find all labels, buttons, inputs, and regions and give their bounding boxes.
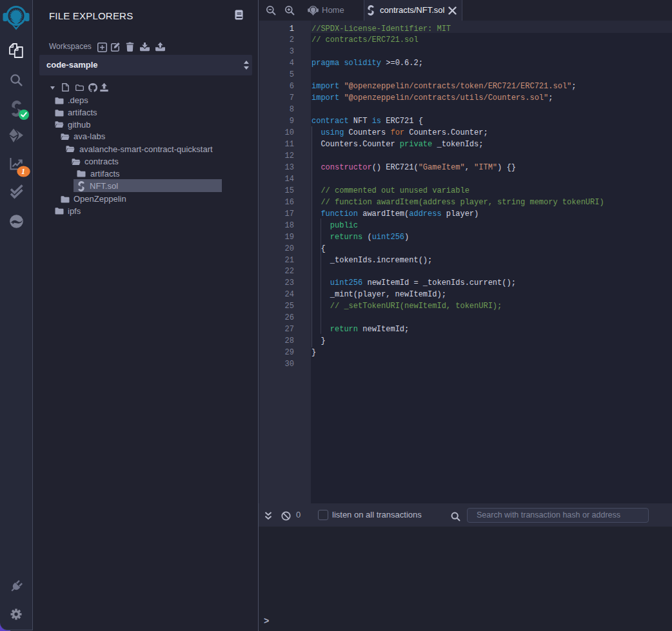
svg-text:1: 1	[21, 167, 25, 176]
